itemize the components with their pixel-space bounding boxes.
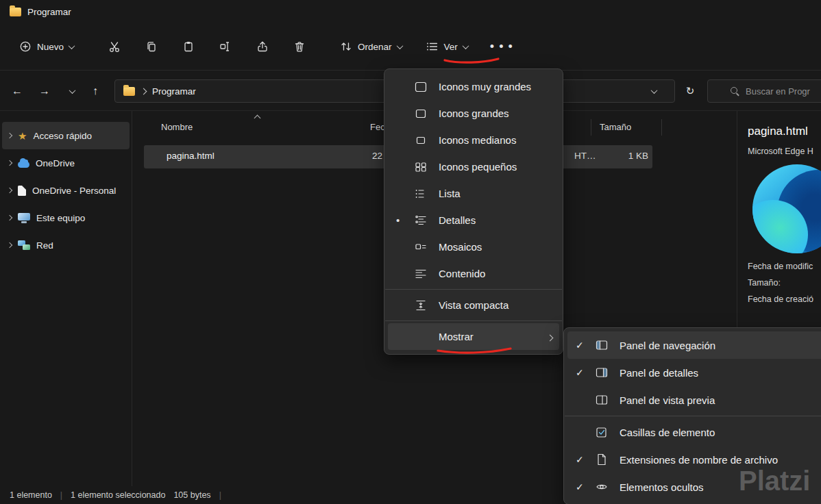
sort-ascending-icon: [254, 115, 261, 122]
menu-item-label: Iconos pequeños: [439, 161, 552, 173]
sidebar-item-onedrive-personal[interactable]: OneDrive - Personal: [2, 177, 130, 204]
chevron-right-icon[interactable]: [7, 215, 12, 220]
more-options-button[interactable]: • • •: [486, 33, 517, 60]
submenu-item-item-checkboxes[interactable]: Casillas de elemento: [567, 418, 821, 446]
chevron-down-icon: [69, 87, 75, 94]
breadcrumb[interactable]: Programar: [152, 86, 196, 97]
share-icon: [256, 40, 269, 53]
menu-item-show[interactable]: Mostrar: [388, 323, 559, 350]
plus-circle-icon: [19, 40, 32, 53]
address-dropdown-icon[interactable]: [651, 87, 658, 94]
small-icons-grid-icon: [414, 160, 439, 174]
menu-item-content[interactable]: Contenido: [388, 260, 559, 287]
sidebar-item-onedrive[interactable]: OneDrive: [2, 149, 130, 177]
content-view-icon: [414, 267, 439, 281]
view-list-icon: [426, 40, 439, 53]
column-header-name[interactable]: Nombre: [161, 122, 193, 132]
submenu-item-label: Extensiones de nombre de archivo: [620, 454, 821, 466]
submenu-item-navigation-pane[interactable]: ✓ Panel de navegación: [567, 331, 821, 359]
chevron-right-icon[interactable]: [7, 242, 12, 248]
forward-icon: →: [39, 85, 50, 97]
column-separator[interactable]: [661, 119, 662, 136]
menu-item-large-icons[interactable]: Iconos grandes: [388, 100, 559, 127]
search-placeholder: Buscar en Progr: [746, 86, 810, 97]
submenu-item-label: Panel de vista previa: [620, 394, 821, 406]
toolbar: Nuevo Ordenar Ver: [0, 23, 821, 71]
file-size: 1 KB: [628, 151, 648, 161]
rename-icon: [219, 40, 232, 53]
menu-item-label: Iconos grandes: [439, 108, 552, 119]
menu-item-label: Iconos muy grandes: [439, 81, 552, 92]
refresh-button[interactable]: ↻: [680, 81, 700, 101]
submenu-item-label: Panel de navegación: [620, 340, 821, 351]
sidebar-item-this-pc[interactable]: Este equipo: [2, 204, 130, 231]
share-button[interactable]: [247, 33, 278, 60]
selected-count: 1 elemento seleccionado: [71, 490, 165, 500]
search-input[interactable]: Buscar en Progr: [707, 79, 821, 103]
column-header-date[interactable]: Fec: [370, 122, 385, 132]
refresh-icon: ↻: [686, 85, 695, 97]
navigation-pane: ★ Acceso rápido OneDrive OneDrive - Pers…: [0, 111, 132, 486]
view-button-label: Ver: [444, 42, 458, 52]
chevron-right-icon[interactable]: [7, 133, 12, 138]
file-explorer-window: Programar Nuevo Ordenar: [0, 0, 821, 504]
sidebar-item-label: Acceso rápido: [33, 131, 92, 141]
checkbox-icon: [595, 425, 620, 439]
recent-locations-button[interactable]: [62, 81, 82, 101]
menu-item-extra-large-icons[interactable]: Iconos muy grandes: [388, 73, 559, 100]
details-field-size: Tamaño:: [748, 275, 813, 291]
file-type: HT…: [574, 151, 596, 161]
menu-item-list[interactable]: Lista: [388, 180, 559, 207]
sidebar-item-label: Red: [36, 240, 53, 251]
extra-large-icon: [414, 80, 439, 94]
back-button[interactable]: ←: [7, 81, 27, 101]
new-button[interactable]: Nuevo: [12, 33, 81, 60]
submenu-item-preview-pane[interactable]: Panel de vista previa: [567, 386, 821, 414]
back-icon: ←: [12, 85, 23, 97]
menu-item-small-icons[interactable]: Iconos pequeños: [388, 153, 559, 180]
check-icon: ✓: [576, 340, 595, 351]
column-header-size[interactable]: Tamaño: [600, 122, 631, 132]
chevron-down-icon: [69, 42, 75, 49]
sidebar-item-network[interactable]: Red: [2, 231, 130, 259]
ellipsis-icon: • • •: [490, 43, 513, 50]
check-icon: ✓: [576, 481, 595, 492]
check-icon: ✓: [576, 367, 595, 378]
menu-item-label: Detalles: [439, 214, 552, 226]
rename-button[interactable]: [210, 33, 241, 60]
submenu-chevron-icon: [548, 331, 552, 342]
chevron-right-icon[interactable]: [7, 188, 12, 193]
details-filename: pagina.html: [748, 125, 808, 138]
menu-item-label: Lista: [439, 188, 552, 199]
star-icon: ★: [18, 131, 27, 141]
view-dropdown-menu: Iconos muy grandes Iconos grandes Iconos…: [384, 68, 563, 355]
copy-button[interactable]: [136, 33, 167, 60]
forward-button[interactable]: →: [34, 81, 55, 101]
submenu-item-hidden-items[interactable]: ✓ Elementos ocultos: [567, 473, 821, 501]
sidebar-item-quick-access[interactable]: ★ Acceso rápido: [2, 122, 130, 149]
navigation-pane-icon: [595, 338, 620, 352]
chevron-right-icon[interactable]: [7, 160, 12, 166]
menu-item-medium-icons[interactable]: Iconos medianos: [388, 127, 559, 153]
view-button[interactable]: Ver: [419, 33, 475, 60]
chevron-down-icon: [396, 42, 403, 49]
paste-button[interactable]: [173, 33, 204, 60]
cut-button[interactable]: [99, 33, 130, 60]
status-divider: |: [219, 490, 221, 500]
column-separator[interactable]: [591, 119, 591, 136]
menu-item-compact-view[interactable]: Vista compacta: [388, 292, 559, 318]
file-date: 22: [372, 151, 382, 161]
menu-item-tiles[interactable]: Mosaicos: [388, 234, 559, 260]
delete-button[interactable]: [284, 33, 315, 60]
submenu-item-file-extensions[interactable]: ✓ Extensiones de nombre de archivo: [567, 446, 821, 473]
submenu-item-details-pane[interactable]: ✓ Panel de detalles: [567, 359, 821, 386]
medium-icon: [414, 134, 439, 147]
up-button[interactable]: ↑: [85, 81, 106, 101]
details-pane-icon: [595, 366, 620, 379]
sort-button[interactable]: Ordenar: [333, 33, 409, 60]
sidebar-item-label: Este equipo: [36, 213, 85, 223]
details-field-modified: Fecha de modific: [748, 258, 813, 275]
sort-button-label: Ordenar: [358, 42, 392, 52]
submenu-item-label: Panel de detalles: [620, 367, 821, 379]
menu-item-details[interactable]: • Detalles: [388, 207, 559, 234]
